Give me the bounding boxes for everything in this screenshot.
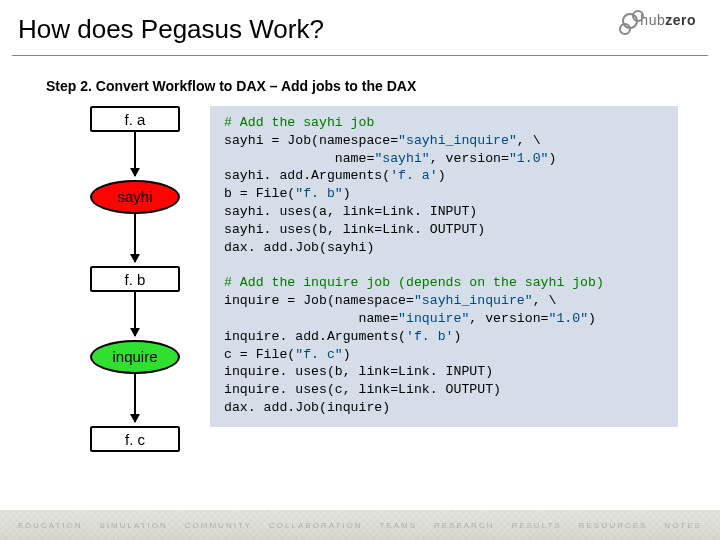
node-file-fa: f. a xyxy=(90,106,180,132)
code-line xyxy=(224,257,664,275)
step-label: Step 2. Convert Workflow to DAX – Add jo… xyxy=(0,56,720,94)
node-job-inquire: inquire xyxy=(90,340,180,374)
footer-texture xyxy=(0,510,720,540)
hubzero-logo: hubzero xyxy=(622,12,696,29)
code-line: dax. add.Job(sayhi) xyxy=(224,239,664,257)
hubzero-icon xyxy=(622,13,638,29)
workflow-diagram: f. a sayhi f. b inquire f. c xyxy=(0,106,210,427)
code-line: b = File("f. b") xyxy=(224,185,664,203)
footer-bar: Education Simulation Community Collabora… xyxy=(0,510,720,540)
code-line: # Add the sayhi job xyxy=(224,114,664,132)
code-line: c = File("f. c") xyxy=(224,346,664,364)
code-line: # Add the inquire job (depends on the sa… xyxy=(224,274,664,292)
page-title: How does Pegasus Work? xyxy=(0,0,720,51)
code-line: inquire. uses(c, link=Link. OUTPUT) xyxy=(224,381,664,399)
content-row: f. a sayhi f. b inquire f. c # Add the s… xyxy=(0,94,720,427)
node-file-fc: f. c xyxy=(90,426,180,452)
arrow-icon xyxy=(134,292,136,336)
code-line: dax. add.Job(inquire) xyxy=(224,399,664,417)
code-line: sayhi. uses(b, link=Link. OUTPUT) xyxy=(224,221,664,239)
code-line: inquire. uses(b, link=Link. INPUT) xyxy=(224,363,664,381)
node-file-fb: f. b xyxy=(90,266,180,292)
code-line: inquire = Job(namespace="sayhi_inquire",… xyxy=(224,292,664,310)
code-line: sayhi. add.Arguments('f. a') xyxy=(224,167,664,185)
arrow-icon xyxy=(134,374,136,422)
logo-text-zero: zero xyxy=(665,12,696,28)
node-job-sayhi: sayhi xyxy=(90,180,180,214)
code-line: name="inquire", version="1.0") xyxy=(224,310,664,328)
arrow-icon xyxy=(134,132,136,176)
code-panel: # Add the sayhi job sayhi = Job(namespac… xyxy=(210,106,678,427)
code-line: sayhi = Job(namespace="sayhi_inquire", \ xyxy=(224,132,664,150)
code-line: inquire. add.Arguments('f. b') xyxy=(224,328,664,346)
logo-text-hub: hub xyxy=(640,12,665,28)
arrow-icon xyxy=(134,214,136,262)
code-line: sayhi. uses(a, link=Link. INPUT) xyxy=(224,203,664,221)
code-line: name="sayhi", version="1.0") xyxy=(224,150,664,168)
